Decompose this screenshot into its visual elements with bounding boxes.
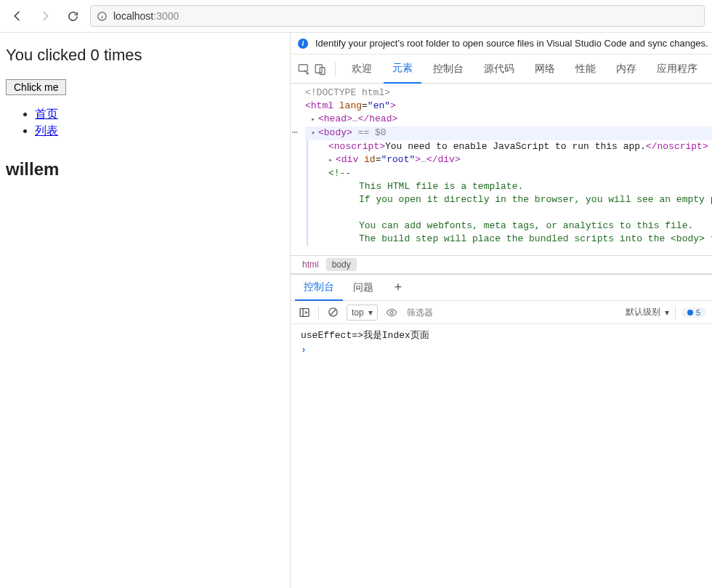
crumb-body[interactable]: body (326, 258, 357, 271)
dom-line[interactable]: <noscript>You need to enable JavaScript … (317, 140, 712, 153)
list-item: 列表 (35, 124, 284, 139)
back-button[interactable] (7, 6, 28, 26)
dom-line[interactable]: The build step will place the bundled sc… (317, 233, 712, 246)
page-heading: willem (6, 159, 284, 180)
expand-caret-icon[interactable] (311, 126, 318, 140)
add-drawer-tab-icon[interactable]: + (388, 278, 408, 298)
tab-memory[interactable]: 内存 (607, 55, 645, 84)
devtools-drawer: 控制台 问题 + top ▾ (291, 274, 712, 579)
tab-network[interactable]: 网络 (526, 55, 564, 84)
chlick-me-button[interactable]: Chlick me (6, 79, 66, 95)
crumb-html[interactable]: html (296, 258, 325, 271)
inspect-element-icon[interactable] (296, 60, 311, 78)
separator (675, 306, 676, 319)
infobar-text: Identify your project's root folder to o… (315, 38, 708, 49)
elements-tree[interactable]: <!DOCTYPE html> <html lang="en"> <head>…… (291, 84, 712, 255)
url-text: localhost:3000 (113, 10, 179, 22)
dom-line[interactable] (317, 206, 712, 220)
toggle-sidebar-icon[interactable] (296, 305, 312, 321)
tab-performance[interactable]: 性能 (567, 55, 604, 84)
tab-welcome[interactable]: 欢迎 (343, 55, 381, 84)
forward-button[interactable] (35, 6, 55, 26)
svg-rect-4 (316, 65, 323, 73)
dom-line[interactable]: This HTML file is a template. (317, 180, 712, 193)
console-filter-input[interactable] (405, 307, 493, 318)
chevron-down-icon: ▾ (368, 307, 373, 318)
chevron-down-icon: ▾ (665, 307, 669, 318)
nav-list: 首页 列表 (6, 107, 284, 139)
tab-application[interactable]: 应用程序 (648, 55, 706, 84)
elements-breadcrumb: html body (291, 255, 712, 274)
separator (318, 306, 319, 319)
site-info-icon[interactable] (97, 11, 108, 22)
console-output[interactable]: useEffect=>我是Index页面 (291, 324, 712, 579)
drawer-tab-console[interactable]: 控制台 (295, 275, 343, 301)
svg-line-9 (330, 310, 336, 315)
dom-line[interactable]: If you open it directly in the browser, … (317, 193, 712, 206)
dom-line[interactable]: <div id="root">…</div> (317, 153, 712, 167)
browser-toolbar: localhost:3000 (0, 0, 712, 32)
dom-line[interactable]: <html lang="en"> (305, 100, 712, 113)
execution-context-select[interactable]: top ▾ (347, 305, 378, 321)
clear-console-icon[interactable] (325, 305, 341, 321)
tab-elements[interactable]: 元素 (384, 55, 421, 84)
drawer-tabstrip: 控制台 问题 + (291, 275, 712, 301)
device-toolbar-icon[interactable] (314, 60, 328, 78)
devtools-tabstrip: 欢迎 元素 控制台 源代码 网络 性能 内存 应用程序 (291, 55, 712, 84)
live-expression-icon[interactable] (384, 305, 400, 321)
expand-caret-icon[interactable] (311, 113, 318, 126)
dom-line[interactable]: You can add webfonts, meta tags, or anal… (317, 220, 712, 233)
issues-badge[interactable]: 5 (681, 307, 706, 318)
console-toolbar: top ▾ 默认级别 ▾ 5 (291, 301, 712, 324)
separator (335, 62, 336, 76)
log-levels-select[interactable]: 默认级别 ▾ (626, 306, 669, 318)
svg-point-10 (390, 311, 393, 314)
dom-line[interactable]: <!DOCTYPE html> (305, 86, 712, 100)
click-counter-text: You clicked 0 times (6, 46, 284, 65)
console-prompt[interactable] (296, 343, 706, 357)
expand-caret-icon[interactable] (328, 153, 336, 167)
dom-line[interactable]: <!-- (317, 167, 712, 180)
svg-rect-3 (299, 65, 307, 71)
dom-line[interactable]: <head>…</head> (305, 113, 712, 126)
badge-dot-icon (687, 310, 693, 315)
drawer-tab-issues[interactable]: 问题 (344, 275, 382, 301)
tab-console[interactable]: 控制台 (424, 55, 472, 84)
devtools-pane: i Identify your project's root folder to… (291, 33, 712, 588)
console-log-line[interactable]: useEffect=>我是Index页面 (296, 327, 706, 343)
link-home[interactable]: 首页 (35, 108, 58, 120)
link-list[interactable]: 列表 (35, 124, 58, 137)
address-bar[interactable]: localhost:3000 (90, 5, 705, 27)
tab-sources[interactable]: 源代码 (475, 55, 523, 84)
dom-line-body[interactable]: <body> == $0 (305, 126, 712, 140)
page-content: You clicked 0 times Chlick me 首页 列表 will… (0, 33, 291, 588)
devtools-infobar[interactable]: i Identify your project's root folder to… (291, 33, 712, 55)
info-icon: i (298, 39, 308, 49)
reload-button[interactable] (62, 6, 83, 26)
list-item: 首页 (35, 107, 284, 122)
